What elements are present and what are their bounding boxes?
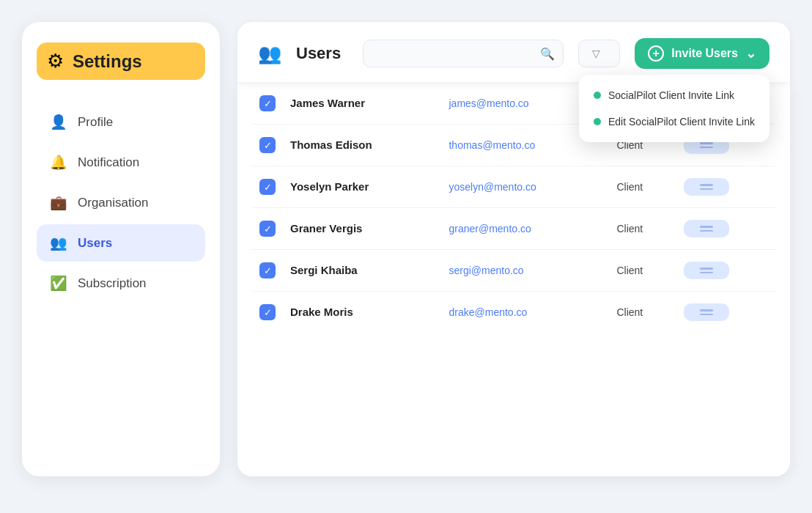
invite-dropdown: SocialPilot Client Invite Link Edit Soci… [579, 75, 769, 142]
dot-icon [594, 92, 601, 99]
organisation-icon: 💼 [50, 194, 67, 211]
notification-icon: 🔔 [50, 154, 67, 171]
checkbox-cell[interactable]: ✓ [252, 208, 283, 250]
section-title: Users [296, 44, 341, 63]
user-email-cell: sergi@mento.co [441, 250, 609, 292]
sidebar-item-users[interactable]: 👥 Users [37, 224, 205, 262]
user-role-cell: Client [609, 250, 676, 292]
subscription-icon: ✅ [50, 275, 67, 292]
user-action-cell [676, 250, 775, 292]
user-email-cell: graner@mento.co [441, 208, 609, 250]
user-role-cell: Client [609, 166, 676, 208]
search-input[interactable] [363, 40, 564, 67]
users-section-icon: 👥 [258, 43, 281, 65]
user-email: thomas@mento.co [449, 139, 535, 151]
user-name: Thomas Edison [290, 139, 372, 151]
invite-users-button[interactable]: + Invite Users ⌄ [635, 38, 769, 69]
sidebar-item-profile[interactable]: 👤 Profile [37, 103, 205, 141]
action-button[interactable] [684, 220, 729, 237]
dropdown-item-copy-label: SocialPilot Client Invite Link [608, 89, 734, 101]
settings-icon: ⚙ [47, 50, 64, 73]
table-row: ✓ Graner Vergis graner@mento.co Client [252, 208, 775, 250]
menu-lines-icon [700, 184, 713, 190]
sidebar-item-label-users: Users [78, 236, 112, 251]
search-box: 🔍 [363, 40, 564, 67]
main-panel: 👥 Users 🔍 ▽ + Invite Users ⌄ S [237, 22, 790, 476]
checkbox-checked: ✓ [259, 304, 276, 320]
user-email: drake@mento.co [449, 306, 527, 318]
profile-icon: 👤 [50, 114, 67, 130]
menu-lines-icon [700, 142, 713, 148]
sidebar-title: Settings [73, 51, 142, 72]
user-action-cell [676, 292, 775, 333]
plus-circle-icon: + [648, 45, 664, 62]
user-name-cell: Sergi Khaiba [283, 250, 441, 292]
sidebar-nav: 👤 Profile 🔔 Notification 💼 Organisation … [37, 103, 205, 302]
top-bar: 👥 Users 🔍 ▽ + Invite Users ⌄ S [237, 22, 790, 83]
sidebar-item-label-profile: Profile [78, 115, 113, 130]
dropdown-item-edit-link[interactable]: Edit SocialPilot Client Invite Link [579, 108, 769, 135]
user-name: Yoselyn Parker [290, 180, 369, 193]
checkbox-checked: ✓ [259, 137, 276, 153]
user-email-cell: yoselyn@mento.co [441, 166, 609, 208]
action-button[interactable] [684, 262, 729, 279]
user-email: sergi@mento.co [449, 265, 523, 276]
user-role: Client [616, 223, 643, 235]
menu-lines-icon [700, 226, 713, 232]
checkbox-checked: ✓ [259, 221, 276, 237]
table-row: ✓ Yoselyn Parker yoselyn@mento.co Client [252, 166, 775, 208]
user-role-cell: Client [609, 292, 676, 333]
users-icon: 👥 [50, 235, 67, 251]
dropdown-item-copy-link[interactable]: SocialPilot Client Invite Link [579, 82, 769, 108]
sidebar-header: ⚙ Settings [37, 43, 205, 80]
sidebar-item-label-subscription: Subscription [78, 276, 147, 291]
user-name: Sergi Khaiba [290, 264, 358, 276]
search-icon[interactable]: 🔍 [540, 47, 555, 61]
user-name-cell: Thomas Edison [283, 125, 441, 166]
dot-icon-2 [594, 118, 601, 125]
user-role-cell: Client [609, 208, 676, 250]
sidebar-item-subscription[interactable]: ✅ Subscription [37, 265, 205, 302]
user-email: graner@mento.co [449, 223, 531, 235]
user-name-cell: Graner Vergis [283, 208, 441, 250]
chevron-down-icon: ⌄ [745, 45, 756, 62]
user-name-cell: James Warner [283, 83, 441, 125]
menu-lines-icon [700, 267, 713, 273]
sidebar-item-label-organisation: Organisation [78, 196, 148, 210]
checkbox-cell[interactable]: ✓ [252, 292, 283, 333]
user-email-cell: drake@mento.co [441, 292, 609, 333]
action-button[interactable] [684, 178, 729, 196]
filter-box[interactable]: ▽ [578, 40, 620, 67]
table-row: ✓ Sergi Khaiba sergi@mento.co Client [252, 250, 775, 292]
user-name: Graner Vergis [290, 222, 362, 235]
checkbox-cell[interactable]: ✓ [252, 166, 283, 208]
invite-button-wrap: + Invite Users ⌄ SocialPilot Client Invi… [635, 38, 769, 69]
user-role: Client [616, 181, 643, 193]
user-name: James Warner [290, 97, 365, 109]
sidebar: ⚙ Settings 👤 Profile 🔔 Notification 💼 Or… [22, 22, 220, 476]
user-name-cell: Drake Moris [283, 292, 441, 333]
checkbox-checked: ✓ [259, 179, 276, 195]
action-button[interactable] [684, 303, 729, 321]
sidebar-item-organisation[interactable]: 💼 Organisation [37, 184, 205, 221]
checkbox-checked: ✓ [259, 262, 276, 278]
menu-lines-icon [700, 309, 713, 315]
user-role: Client [616, 265, 643, 276]
user-email: yoselyn@mento.co [449, 181, 536, 193]
dropdown-item-edit-label: Edit SocialPilot Client Invite Link [608, 116, 755, 128]
sidebar-item-notification[interactable]: 🔔 Notification [37, 144, 205, 181]
user-name: Drake Moris [290, 306, 353, 318]
filter-icon: ▽ [592, 48, 600, 59]
user-role: Client [616, 306, 643, 318]
checkbox-cell[interactable]: ✓ [252, 125, 283, 166]
user-name-cell: Yoselyn Parker [283, 166, 441, 208]
user-action-cell [676, 166, 775, 208]
checkbox-cell[interactable]: ✓ [252, 250, 283, 292]
checkbox-cell[interactable]: ✓ [252, 83, 283, 125]
user-email: james@mento.co [449, 97, 528, 109]
user-action-cell [676, 208, 775, 250]
invite-button-label: Invite Users [671, 47, 738, 60]
table-row: ✓ Drake Moris drake@mento.co Client [252, 292, 775, 333]
checkbox-checked: ✓ [259, 95, 276, 111]
sidebar-item-label-notification: Notification [78, 155, 139, 170]
